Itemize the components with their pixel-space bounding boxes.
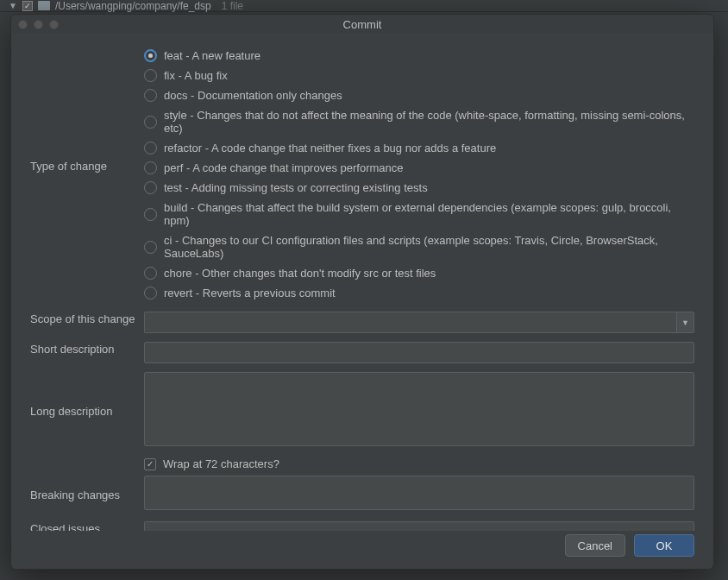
type-radio-label: feat - A new feature — [164, 49, 260, 62]
type-radio-fix[interactable]: fix - A bug fix — [144, 69, 694, 82]
wrap-label: Wrap at 72 characters? — [163, 457, 279, 470]
radio-icon — [144, 287, 157, 299]
type-radio-label: revert - Reverts a previous commit — [164, 287, 336, 299]
folder-icon — [38, 1, 50, 10]
dialog-footer: Cancel OK — [11, 531, 713, 569]
type-radio-revert[interactable]: revert - Reverts a previous commit — [144, 287, 694, 299]
breaking-changes-input[interactable] — [144, 476, 694, 510]
ok-button[interactable]: OK — [634, 534, 694, 557]
type-radio-perf[interactable]: perf - A code change that improves perfo… — [144, 161, 694, 174]
disclosure-triangle-icon[interactable]: ▼ — [9, 1, 17, 10]
label-breaking: Breaking changes — [30, 488, 144, 501]
row-type: Type of change feat - A new featurefix -… — [30, 49, 694, 299]
label-type: Type of change — [30, 49, 144, 173]
type-radio-feat[interactable]: feat - A new feature — [144, 49, 694, 62]
short-description-input[interactable] — [144, 342, 694, 363]
type-radio-ci[interactable]: ci - Changes to our CI configuration fil… — [144, 234, 694, 260]
label-scope: Scope of this change — [30, 312, 144, 325]
type-radio-build[interactable]: build - Changes that affect the build sy… — [144, 201, 694, 227]
type-radio-label: build - Changes that affect the build sy… — [164, 201, 694, 227]
dialog-title: Commit — [11, 18, 713, 31]
ide-file-count: 1 file — [222, 0, 243, 12]
type-radio-label: test - Adding missing tests or correctin… — [164, 181, 428, 194]
row-breaking: Breaking changes — [30, 476, 694, 513]
commit-dialog: Commit Type of change feat - A new featu… — [10, 14, 714, 570]
scope-combobox[interactable]: ▼ — [144, 312, 694, 333]
file-checkbox[interactable]: ✓ — [22, 1, 33, 11]
radio-icon — [144, 89, 157, 102]
dialog-body: Type of change feat - A new featurefix -… — [11, 34, 713, 531]
type-radio-label: perf - A code change that improves perfo… — [164, 161, 404, 174]
cancel-button[interactable]: Cancel — [565, 534, 625, 557]
wrap-checkbox[interactable] — [144, 458, 156, 470]
type-radio-list: feat - A new featurefix - A bug fixdocs … — [144, 49, 694, 299]
radio-icon — [144, 161, 157, 174]
chevron-down-icon: ▼ — [681, 318, 689, 327]
row-closed: Closed issues — [30, 521, 694, 531]
radio-icon — [144, 49, 157, 62]
long-description-input[interactable] — [144, 372, 694, 446]
type-radio-label: docs - Documentation only changes — [164, 89, 342, 102]
type-radio-test[interactable]: test - Adding missing tests or correctin… — [144, 181, 694, 194]
type-radio-label: chore - Other changes that don't modify … — [164, 267, 436, 280]
radio-icon — [144, 142, 157, 154]
closed-issues-input[interactable] — [144, 521, 694, 531]
type-radio-label: refactor - A code change that neither fi… — [164, 142, 496, 154]
dialog-titlebar[interactable]: Commit — [11, 15, 713, 34]
type-radio-docs[interactable]: docs - Documentation only changes — [144, 89, 694, 102]
wrap-row: Wrap at 72 characters? — [144, 457, 694, 470]
type-radio-refactor[interactable]: refactor - A code change that neither fi… — [144, 142, 694, 154]
label-closed: Closed issues — [30, 521, 144, 531]
type-radio-style[interactable]: style - Changes that do not affect the m… — [144, 109, 694, 135]
scope-input[interactable] — [144, 312, 676, 333]
type-radio-label: style - Changes that do not affect the m… — [164, 109, 694, 135]
type-radio-label: fix - A bug fix — [164, 69, 228, 82]
radio-icon — [144, 267, 157, 280]
scope-dropdown-button[interactable]: ▼ — [676, 312, 694, 333]
row-scope: Scope of this change ▼ — [30, 312, 694, 333]
ide-path: /Users/wangping/company/fe_dsp — [55, 0, 211, 12]
ide-path-bar: ▼ ✓ /Users/wangping/company/fe_dsp 1 fil… — [0, 0, 728, 12]
label-long: Long description — [30, 404, 144, 418]
label-short: Short description — [30, 342, 144, 356]
radio-icon — [144, 208, 157, 221]
radio-icon — [144, 69, 157, 82]
radio-icon — [144, 116, 157, 129]
row-short: Short description — [30, 342, 694, 363]
radio-icon — [144, 241, 157, 254]
type-radio-chore[interactable]: chore - Other changes that don't modify … — [144, 267, 694, 280]
type-radio-label: ci - Changes to our CI configuration fil… — [164, 234, 694, 260]
radio-icon — [144, 181, 157, 194]
row-long: Long description — [30, 372, 694, 449]
